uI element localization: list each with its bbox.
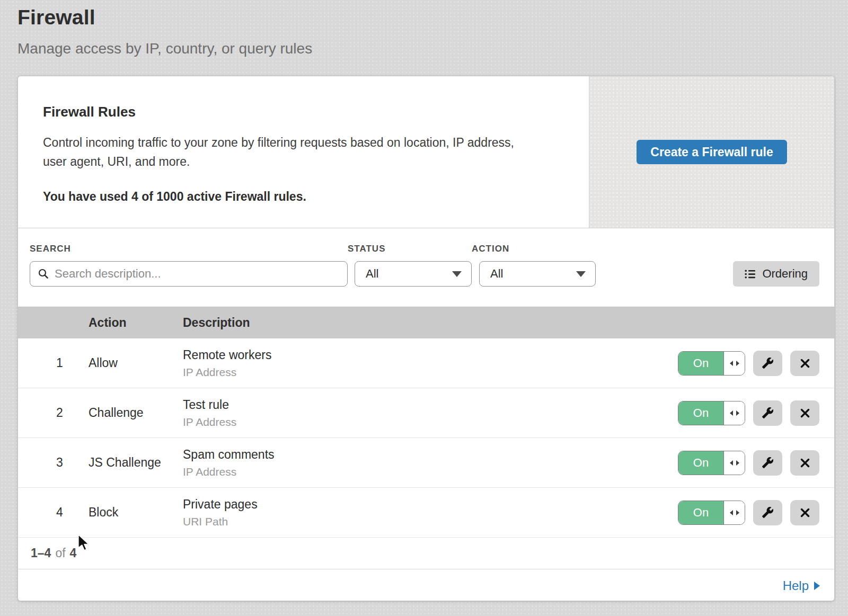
- left-right-arrows-icon: [729, 410, 740, 416]
- table-row: 4 Block Private pages URI Path On: [18, 488, 834, 538]
- delete-rule-button[interactable]: [790, 450, 819, 476]
- left-right-arrows-icon: [729, 360, 740, 367]
- action-label: ACTION: [472, 244, 596, 254]
- delete-rule-button[interactable]: [790, 500, 819, 525]
- wrench-icon: [762, 457, 774, 469]
- search-input[interactable]: [55, 267, 340, 281]
- search-icon: [38, 268, 49, 280]
- toggle-knob: [723, 401, 745, 425]
- create-firewall-rule-button[interactable]: Create a Firewall rule: [637, 140, 787, 164]
- rule-description: Test rule IP Address: [183, 398, 678, 428]
- rule-controls: On: [678, 351, 834, 376]
- wrench-icon: [762, 407, 774, 419]
- arrow-right-icon: [814, 582, 820, 590]
- rule-enabled-toggle[interactable]: On: [678, 401, 745, 425]
- intro-description: Control incoming traffic to your zone by…: [43, 133, 541, 171]
- intro-heading: Firewall Rules: [43, 104, 541, 120]
- action-select[interactable]: All: [479, 261, 596, 287]
- action-column-header: Action: [89, 316, 183, 330]
- rule-description: Spam comments IP Address: [183, 448, 678, 478]
- rule-action: Block: [89, 505, 183, 520]
- table-row: 3 JS Challenge Spam comments IP Address …: [18, 438, 834, 488]
- rule-action: JS Challenge: [89, 456, 183, 470]
- status-label: STATUS: [348, 244, 472, 254]
- toggle-on-label: On: [678, 401, 723, 425]
- search-box: [30, 261, 348, 287]
- pagination-range: 1–4: [31, 546, 51, 560]
- edit-rule-button[interactable]: [753, 400, 782, 426]
- rule-enabled-toggle[interactable]: On: [678, 351, 745, 376]
- status-filter: STATUS All: [348, 244, 472, 287]
- rule-controls: On: [678, 450, 834, 476]
- help-bar: Help: [18, 569, 834, 601]
- rule-priority: 4: [18, 505, 89, 520]
- close-icon: [800, 358, 810, 369]
- chevron-down-icon: [452, 271, 462, 277]
- pagination: 1–4 of 4: [18, 538, 834, 569]
- rule-description: Remote workers IP Address: [183, 348, 678, 379]
- rule-description: Private pages URI Path: [183, 497, 678, 528]
- intro-action-panel: Create a Firewall rule: [589, 76, 834, 228]
- left-right-arrows-icon: [729, 510, 740, 516]
- table-row: 1 Allow Remote workers IP Address On: [18, 338, 834, 388]
- rule-enabled-toggle[interactable]: On: [678, 451, 745, 475]
- rules-list: 1 Allow Remote workers IP Address On: [18, 338, 834, 538]
- toggle-on-label: On: [678, 451, 723, 475]
- wrench-icon: [762, 357, 774, 369]
- rule-action: Allow: [89, 356, 183, 370]
- firewall-rules-card: Firewall Rules Control incoming traffic …: [17, 76, 835, 601]
- rule-priority: 1: [18, 356, 89, 370]
- rule-controls: On: [678, 500, 834, 525]
- chevron-down-icon: [576, 271, 586, 277]
- status-select[interactable]: All: [355, 261, 472, 287]
- ordering-button-label: Ordering: [762, 267, 808, 281]
- page-title: Firewall: [17, 5, 848, 30]
- action-selected-value: All: [490, 267, 503, 281]
- rule-priority: 2: [18, 406, 89, 420]
- table-row: 2 Challenge Test rule IP Address On: [18, 388, 834, 438]
- wrench-icon: [762, 506, 774, 519]
- search-filter: SEARCH: [30, 244, 348, 287]
- edit-rule-button[interactable]: [753, 500, 782, 525]
- toggle-on-label: On: [678, 352, 723, 375]
- left-right-arrows-icon: [729, 460, 740, 466]
- toggle-knob: [723, 451, 745, 475]
- help-link[interactable]: Help: [783, 578, 820, 593]
- rule-action: Challenge: [89, 406, 183, 420]
- intro-text: Firewall Rules Control incoming traffic …: [18, 76, 589, 228]
- rule-enabled-toggle[interactable]: On: [678, 501, 745, 525]
- ordering-button[interactable]: Ordering: [733, 261, 819, 287]
- edit-rule-button[interactable]: [753, 450, 782, 476]
- description-column-header: Description: [183, 316, 834, 330]
- close-icon: [800, 408, 810, 418]
- rule-controls: On: [678, 400, 834, 426]
- page-subtitle: Manage access by IP, country, or query r…: [17, 40, 848, 58]
- toggle-on-label: On: [678, 501, 723, 524]
- toggle-knob: [723, 501, 745, 524]
- ordered-list-icon: [745, 269, 756, 279]
- pagination-of: of: [55, 546, 65, 560]
- delete-rule-button[interactable]: [790, 351, 819, 376]
- page-header: Firewall Manage access by IP, country, o…: [0, 0, 848, 57]
- delete-rule-button[interactable]: [790, 400, 819, 426]
- edit-rule-button[interactable]: [753, 351, 782, 376]
- close-icon: [800, 458, 810, 468]
- filters-bar: SEARCH STATUS All ACTION All: [18, 228, 834, 307]
- search-label: SEARCH: [30, 244, 348, 254]
- intro-section: Firewall Rules Control incoming traffic …: [18, 76, 834, 228]
- close-icon: [800, 507, 810, 518]
- toggle-knob: [723, 352, 745, 375]
- pagination-total: 4: [70, 546, 77, 560]
- table-header: Action Description: [18, 307, 834, 338]
- rules-usage-text: You have used 4 of 1000 active Firewall …: [43, 190, 541, 204]
- action-filter: ACTION All: [472, 244, 596, 287]
- status-selected-value: All: [366, 267, 378, 281]
- rule-priority: 3: [18, 456, 89, 470]
- help-link-label: Help: [783, 578, 809, 593]
